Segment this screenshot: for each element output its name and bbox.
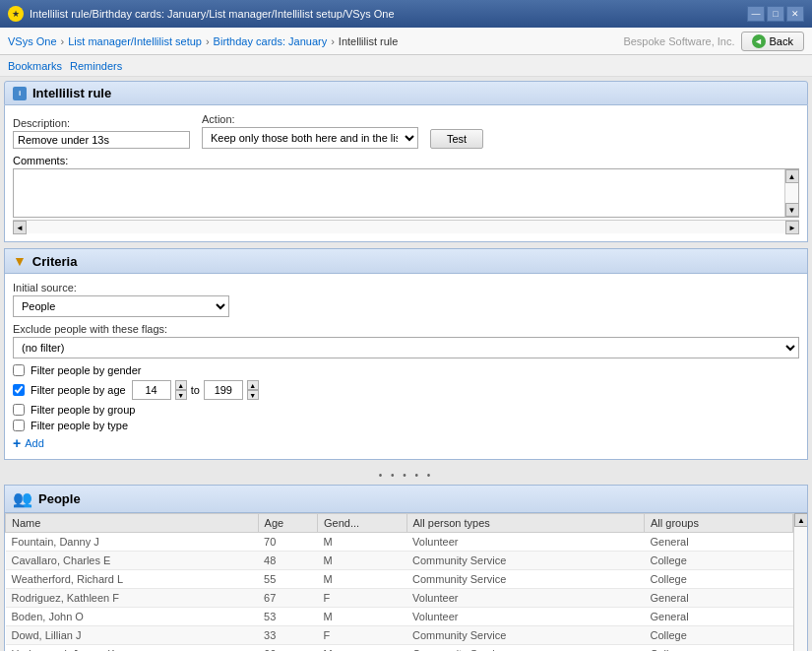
table-row[interactable]: Fountain, Danny J 70 M Volunteer General	[6, 533, 793, 552]
cell-group: College	[645, 570, 793, 589]
col-groups[interactable]: All groups	[645, 514, 793, 533]
scroll-track-h	[27, 221, 785, 233]
cell-name: Cavallaro, Charles E	[6, 552, 259, 570]
back-button[interactable]: ◄ Back	[741, 32, 804, 51]
exclude-flags-dropdown[interactable]: (no filter)	[13, 337, 799, 358]
criteria-title: Criteria	[32, 254, 78, 269]
criteria-section: ▼ Criteria Initial source: People Volunt…	[4, 248, 808, 460]
dots-separator: • • • • •	[4, 466, 808, 485]
table-scroll-track	[794, 527, 807, 651]
col-age[interactable]: Age	[258, 514, 317, 533]
description-input[interactable]	[13, 131, 190, 149]
people-header: 👥 People	[5, 486, 807, 513]
filter-type-label: Filter people by type	[31, 420, 128, 431]
cell-age: 48	[258, 552, 317, 570]
col-name[interactable]: Name	[6, 514, 259, 533]
maximize-button[interactable]: □	[767, 6, 784, 22]
add-button[interactable]: + Add	[13, 435, 799, 451]
table-row[interactable]: Weatherford, Richard L 55 M Community Se…	[6, 570, 793, 589]
scroll-left-btn[interactable]: ◄	[13, 221, 27, 234]
age-from-down[interactable]: ▼	[175, 390, 187, 400]
table-row[interactable]: Cavallaro, Charles E 48 M Community Serv…	[6, 552, 793, 570]
cell-persontype: Community Service	[406, 552, 645, 570]
action-dropdown[interactable]: Keep only those both here and in the lis…	[202, 127, 418, 149]
description-action-row: Description: Action: Keep only those bot…	[13, 113, 799, 149]
age-from-spinners: ▲ ▼	[175, 380, 187, 400]
filter-age-label: Filter people by age	[31, 384, 126, 396]
age-to-input[interactable]: 199	[204, 380, 243, 400]
age-to-label: to	[191, 384, 200, 396]
filter-type-checkbox[interactable]	[13, 420, 25, 431]
main-content: i Intellilist rule Description: Action: …	[0, 77, 812, 651]
filter-group-label: Filter people by group	[31, 404, 135, 416]
breadcrumb: VSys One › List manager/Intellilist setu…	[8, 35, 398, 47]
cell-name: Fountain, Danny J	[6, 533, 259, 552]
action-select-wrapper: Keep only those both here and in the lis…	[202, 127, 418, 149]
cell-gender: F	[317, 589, 406, 608]
table-header-row: Name Age Gend... All person types All gr…	[6, 514, 793, 533]
age-from-input[interactable]: 14	[132, 380, 171, 400]
cell-age: 33	[258, 626, 317, 645]
intellilist-rule-section: i Intellilist rule Description: Action: …	[4, 81, 808, 242]
close-button[interactable]: ✕	[786, 6, 804, 22]
filter-gender-checkbox[interactable]	[13, 364, 25, 376]
initial-source-row: Initial source: People Volunteers Organi…	[13, 282, 799, 317]
exclude-flags-label: Exclude people with these flags:	[13, 323, 799, 335]
initial-source-dropdown[interactable]: People Volunteers Organizations	[13, 295, 229, 317]
criteria-header: ▼ Criteria	[5, 249, 807, 274]
rule-form-area: Description: Action: Keep only those bot…	[4, 105, 808, 242]
bookmarks-link[interactable]: Bookmarks	[8, 60, 62, 72]
table-row[interactable]: Boden, John O 53 M Volunteer General	[6, 608, 793, 626]
nav-bar: VSys One › List manager/Intellilist setu…	[0, 28, 812, 55]
scroll-down-btn[interactable]: ▼	[785, 203, 799, 217]
breadcrumb-listmanager[interactable]: List manager/Intellilist setup	[68, 35, 202, 47]
scroll-up-btn[interactable]: ▲	[785, 169, 799, 183]
back-label: Back	[770, 35, 793, 47]
cell-age: 67	[258, 589, 317, 608]
exclude-flags-row: Exclude people with these flags: (no fil…	[13, 323, 799, 358]
cell-age: 53	[258, 608, 317, 626]
breadcrumb-vsys[interactable]: VSys One	[8, 35, 57, 47]
age-range: 14 ▲ ▼ to 199 ▲ ▼	[132, 380, 259, 400]
cell-age: 70	[258, 533, 317, 552]
comments-wrapper: ▲ ▼	[13, 168, 799, 218]
test-button[interactable]: Test	[430, 129, 483, 149]
age-to-down[interactable]: ▼	[247, 390, 259, 400]
comments-textarea[interactable]	[14, 169, 784, 217]
filter-age-row: Filter people by age 14 ▲ ▼ to 199 ▲ ▼	[13, 380, 799, 400]
initial-source-field-row: People Volunteers Organizations	[13, 295, 799, 317]
description-group: Description:	[13, 117, 190, 149]
cell-persontype: Community Service	[406, 645, 645, 652]
col-gender[interactable]: Gend...	[317, 514, 406, 533]
age-from-up[interactable]: ▲	[175, 380, 187, 390]
cell-gender: M	[317, 533, 406, 552]
filter-group-checkbox[interactable]	[13, 404, 25, 416]
table-scroll-up[interactable]: ▲	[794, 513, 807, 527]
filter-age-checkbox[interactable]	[13, 384, 25, 396]
breadcrumb-birthday[interactable]: Birthday cards: January	[214, 35, 328, 47]
col-persontype[interactable]: All person types	[406, 514, 645, 533]
age-to-up[interactable]: ▲	[247, 380, 259, 390]
rule-icon: i	[13, 87, 27, 100]
nav-right: Bespoke Software, Inc. ◄ Back	[623, 32, 804, 51]
initial-source-label: Initial source:	[13, 282, 799, 293]
sep1: ›	[61, 35, 65, 47]
scroll-right-btn[interactable]: ►	[785, 221, 799, 234]
comments-label: Comments:	[13, 155, 799, 166]
breadcrumb-current: Intellilist rule	[339, 35, 399, 47]
sep2: ›	[206, 35, 210, 47]
cell-persontype: Community Service	[406, 626, 645, 645]
people-section: 👥 People Name Age Gend... All person typ…	[4, 485, 808, 651]
cell-group: College	[645, 552, 793, 570]
table-row[interactable]: Underwood, James K 66 M Community Servic…	[6, 645, 793, 652]
people-title: People	[38, 491, 81, 506]
table-row[interactable]: Dowd, Lillian J 33 F Community Service C…	[6, 626, 793, 645]
description-label: Description:	[13, 117, 190, 129]
cell-group: College	[645, 645, 793, 652]
cell-gender: M	[317, 645, 406, 652]
comments-scrollbar-h: ◄ ►	[13, 220, 799, 233]
table-row[interactable]: Rodriguez, Kathleen F 67 F Volunteer Gen…	[6, 589, 793, 608]
reminders-link[interactable]: Reminders	[70, 60, 122, 72]
table-body: Fountain, Danny J 70 M Volunteer General…	[6, 533, 793, 652]
minimize-button[interactable]: —	[747, 6, 765, 22]
